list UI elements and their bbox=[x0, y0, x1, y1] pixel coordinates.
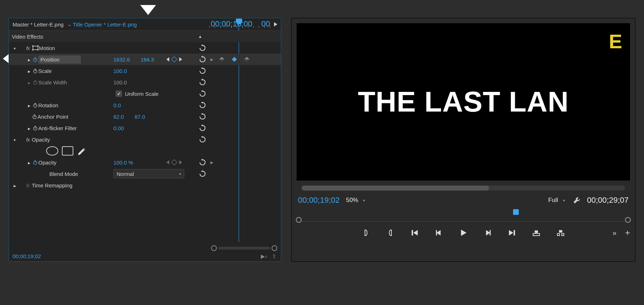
prev-keyframe-icon[interactable] bbox=[166, 160, 169, 164]
blend-mode-select[interactable]: Normal ▾ bbox=[113, 169, 184, 178]
panel-timecode[interactable]: 00;00;19;02 bbox=[9, 251, 44, 261]
master-clip-tab[interactable]: Master * Letter-E.png bbox=[13, 21, 64, 28]
resolution-select[interactable]: Full ▾ bbox=[548, 197, 565, 204]
time-remapping-row[interactable]: Time Remapping bbox=[9, 179, 281, 191]
timeline-ruler[interactable] bbox=[298, 209, 629, 222]
play-icon[interactable] bbox=[459, 228, 468, 237]
expand-toggle-icon[interactable] bbox=[26, 103, 32, 108]
stopwatch-icon[interactable] bbox=[32, 102, 38, 108]
lift-icon[interactable] bbox=[532, 228, 541, 237]
uniform-scale-row[interactable]: Uniform Scale bbox=[9, 88, 281, 99]
rotation-label: Rotation bbox=[38, 102, 58, 108]
svg-rect-14 bbox=[535, 231, 538, 233]
position-y-value[interactable]: 184.3 bbox=[141, 56, 154, 63]
keyframe-lane[interactable] bbox=[213, 54, 270, 65]
scale-property-row[interactable]: Scale 100.0 bbox=[9, 65, 281, 77]
chevron-down-icon[interactable]: ⌄ bbox=[67, 21, 71, 28]
reset-button[interactable] bbox=[199, 170, 206, 178]
expand-toggle-icon[interactable] bbox=[12, 183, 18, 188]
opacity-effect-row[interactable]: Opacity bbox=[9, 134, 281, 145]
scale-value[interactable]: 100.0 bbox=[113, 68, 127, 74]
pen-mask-icon[interactable] bbox=[77, 146, 87, 154]
reset-button[interactable] bbox=[199, 124, 206, 132]
effect-controls-body: Video Effects ▲ Motion Position 1632.6 1… bbox=[9, 31, 281, 191]
fx-badge-icon[interactable] bbox=[26, 45, 30, 51]
blend-mode-value: Normal bbox=[117, 171, 134, 177]
rotation-value[interactable]: 0.0 bbox=[113, 102, 121, 108]
reset-button[interactable] bbox=[199, 67, 206, 75]
position-property-row[interactable]: Position 1632.6 184.3 ▶ bbox=[9, 54, 281, 65]
stopwatch-icon[interactable] bbox=[32, 56, 38, 63]
antiflicker-label: Anti-flicker Filter bbox=[38, 125, 77, 131]
expand-toggle-icon[interactable] bbox=[12, 137, 18, 142]
antiflicker-value[interactable]: 0.00 bbox=[113, 125, 124, 131]
play-only-icon[interactable] bbox=[274, 22, 277, 26]
more-buttons-icon[interactable]: » bbox=[613, 229, 617, 237]
opacity-property-row[interactable]: Opacity 100.0 % ▶ bbox=[9, 157, 281, 168]
zoom-handle-left-icon[interactable] bbox=[296, 217, 302, 223]
graph-toggle-icon[interactable]: ▶ bbox=[210, 160, 213, 165]
motion-effect-row[interactable]: Motion bbox=[9, 42, 281, 54]
letter-overlay: E bbox=[609, 30, 622, 53]
anchor-point-property-row[interactable]: Anchor Point 62.0 87.0 bbox=[9, 111, 281, 122]
progress-scrubber[interactable] bbox=[302, 186, 625, 191]
blend-mode-label: Blend Mode bbox=[49, 171, 78, 177]
sequence-clip-tab[interactable]: Title Opener * Letter-E.png bbox=[73, 21, 137, 28]
mark-in-icon[interactable] bbox=[361, 228, 371, 237]
step-back-icon[interactable] bbox=[434, 228, 444, 237]
reset-button[interactable] bbox=[199, 78, 206, 86]
next-keyframe-icon[interactable] bbox=[179, 57, 182, 62]
rect-mask-icon[interactable] bbox=[62, 146, 73, 156]
zoom-select[interactable]: 50% ▾ bbox=[346, 197, 365, 204]
expand-toggle-icon[interactable] bbox=[26, 68, 32, 74]
video-effects-section[interactable]: Video Effects ▲ bbox=[9, 31, 281, 42]
reset-button[interactable] bbox=[199, 158, 206, 166]
playhead-marker-icon[interactable] bbox=[513, 209, 519, 215]
reset-button[interactable] bbox=[199, 55, 206, 63]
add-keyframe-icon[interactable] bbox=[171, 159, 177, 166]
reset-button[interactable] bbox=[199, 113, 206, 120]
stopwatch-icon[interactable] bbox=[32, 159, 38, 166]
reset-button[interactable] bbox=[199, 136, 206, 143]
anchor-x-value[interactable]: 62.0 bbox=[113, 114, 124, 120]
button-editor-icon[interactable]: + bbox=[625, 228, 630, 238]
loop-playback-icon[interactable]: ▶♪ bbox=[261, 253, 268, 260]
stopwatch-icon[interactable] bbox=[32, 68, 38, 74]
zoom-handle-left-icon[interactable] bbox=[211, 245, 217, 251]
antiflicker-property-row[interactable]: Anti-flicker Filter 0.00 bbox=[9, 122, 281, 134]
motion-box-icon[interactable] bbox=[32, 44, 39, 51]
uniform-scale-checkbox[interactable] bbox=[116, 90, 122, 97]
collapse-up-icon[interactable]: ▲ bbox=[198, 34, 202, 39]
expand-toggle-icon[interactable] bbox=[26, 57, 32, 62]
zoom-handle-right-icon[interactable] bbox=[625, 217, 631, 223]
extract-icon[interactable] bbox=[556, 228, 565, 237]
go-to-in-icon[interactable] bbox=[410, 228, 419, 237]
settings-icon[interactable] bbox=[573, 196, 581, 204]
fx-badge-icon[interactable] bbox=[26, 137, 30, 143]
export-frame-icon[interactable]: ⇪ bbox=[272, 253, 277, 260]
expand-toggle-icon[interactable] bbox=[26, 160, 32, 165]
reset-button[interactable] bbox=[199, 44, 206, 52]
add-keyframe-icon[interactable] bbox=[171, 56, 177, 63]
ellipse-mask-icon[interactable] bbox=[46, 146, 58, 156]
zoom-handle-right-icon[interactable] bbox=[272, 245, 277, 251]
prev-keyframe-icon[interactable] bbox=[166, 57, 169, 62]
blend-mode-row[interactable]: Blend Mode Normal ▾ bbox=[9, 168, 281, 179]
opacity-value[interactable]: 100.0 % bbox=[113, 159, 133, 166]
expand-toggle-icon[interactable] bbox=[26, 126, 32, 131]
mark-out-icon[interactable] bbox=[386, 228, 395, 237]
stopwatch-icon[interactable] bbox=[32, 125, 38, 131]
rotation-property-row[interactable]: Rotation 0.0 bbox=[9, 99, 281, 111]
reset-button[interactable] bbox=[199, 90, 206, 98]
expand-toggle-icon[interactable] bbox=[12, 45, 18, 51]
step-forward-icon[interactable] bbox=[483, 228, 492, 237]
next-keyframe-icon[interactable] bbox=[179, 160, 182, 164]
anchor-y-value[interactable]: 87.0 bbox=[135, 114, 145, 120]
reset-button[interactable] bbox=[199, 101, 206, 109]
stopwatch-icon[interactable] bbox=[31, 113, 38, 120]
go-to-out-icon[interactable] bbox=[507, 228, 517, 237]
keyframe-zoom-scrollbar[interactable] bbox=[9, 245, 281, 251]
position-x-value[interactable]: 1632.6 bbox=[113, 56, 130, 63]
program-monitor-viewport[interactable]: THE LAST LAN E bbox=[297, 23, 630, 181]
current-timecode[interactable]: 00;00;19;02 bbox=[298, 196, 340, 205]
